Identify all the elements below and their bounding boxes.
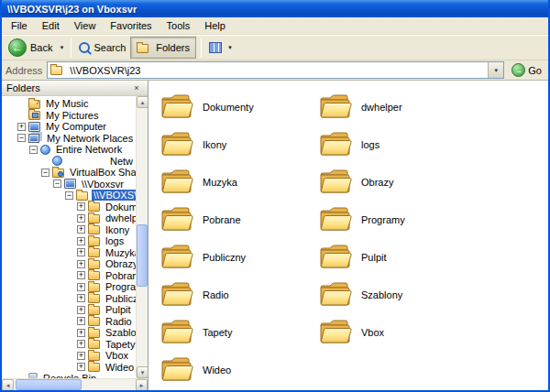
collapse-icon[interactable]: −: [29, 146, 38, 154]
vertical-scroll-track[interactable]: [137, 108, 148, 366]
expand-icon[interactable]: +: [77, 202, 85, 211]
collapse-icon[interactable]: −: [41, 169, 50, 177]
expand-icon[interactable]: +: [77, 363, 85, 371]
folder-item-publiczny[interactable]: Publiczny: [158, 238, 316, 276]
expand-icon[interactable]: +: [77, 260, 85, 268]
network-folder-icon: [52, 169, 64, 178]
menu-item-help[interactable]: Help: [197, 18, 233, 33]
tree-item-programy[interactable]: +Programy: [2, 281, 136, 293]
menu-item-tools[interactable]: Tools: [160, 18, 198, 33]
folder-item-obrazy[interactable]: Obrazy: [316, 163, 475, 201]
tree-item-ikony[interactable]: +Ikony: [2, 224, 136, 236]
expand-icon[interactable]: +: [77, 225, 85, 234]
collapse-icon[interactable]: −: [17, 134, 26, 142]
folder-item-radio[interactable]: Radio: [158, 276, 316, 313]
folder-item-pobrane[interactable]: Pobrane: [158, 201, 316, 238]
folder-item-wideo[interactable]: Wideo: [158, 351, 316, 388]
tree-item-my-music[interactable]: My Music: [2, 98, 136, 110]
expand-icon[interactable]: +: [77, 306, 85, 314]
tree-item-szablony[interactable]: +Szablony: [2, 327, 136, 339]
folder-item-dokumenty[interactable]: Dokumenty: [158, 88, 316, 125]
expand-icon[interactable]: +: [77, 283, 85, 291]
expand-icon[interactable]: +: [77, 271, 85, 279]
scroll-left-button[interactable]: ◄: [2, 379, 14, 390]
folder-contents: DokumentyIkonyMuzykaPobranePublicznyRadi…: [148, 81, 548, 390]
expand-icon[interactable]: +: [17, 123, 26, 131]
collapse-icon[interactable]: −: [65, 191, 73, 200]
folder-item-vbox[interactable]: Vbox: [316, 313, 475, 351]
search-button[interactable]: Search: [76, 40, 128, 55]
vertical-scroll-thumb[interactable]: [137, 224, 148, 287]
tree-horizontal-scrollbar[interactable]: ◄ ►: [2, 378, 148, 390]
back-button[interactable]: ← Back: [6, 37, 55, 59]
tree-item-publiczny[interactable]: +Publiczny: [2, 293, 136, 305]
folder-item-programy[interactable]: Programy: [316, 201, 475, 238]
folder-icon: [88, 306, 100, 315]
tree-item-virtualbox-shared-folder[interactable]: −VirtualBox Shared Folder: [2, 167, 136, 179]
tree-item-label: VirtualBox Shared Folder: [68, 167, 136, 178]
tree-item-muzyka[interactable]: +Muzyka: [2, 247, 136, 259]
back-dropdown-button[interactable]: ▼: [57, 45, 66, 50]
go-button[interactable]: → Go: [509, 63, 544, 77]
address-input[interactable]: \\VBOXSVR\j23 ▼: [47, 61, 504, 79]
expand-icon[interactable]: +: [77, 340, 85, 348]
expand-icon[interactable]: +: [77, 214, 85, 223]
tree-item-obrazy[interactable]: +Obrazy: [2, 258, 136, 270]
folder-item-label: Dokumenty: [203, 102, 254, 113]
folder-icon: [318, 168, 353, 197]
collapse-icon[interactable]: −: [53, 180, 61, 188]
tree-item-my-computer[interactable]: +My Computer: [2, 121, 136, 133]
menu-item-favorites[interactable]: Favorites: [103, 18, 159, 33]
tree-item-dokumenty[interactable]: +Dokumenty: [2, 201, 136, 213]
folder-item-szablony[interactable]: Szablony: [316, 276, 475, 313]
expand-icon[interactable]: +: [77, 237, 85, 245]
tree-item-my-network-places[interactable]: −My Network Places: [2, 133, 136, 145]
tree-item-vboxsvr[interactable]: −\\Vboxsvr: [2, 179, 136, 191]
folders-panel-header: Folders ×: [2, 81, 148, 96]
tree-item-pulpit[interactable]: +Pulpit: [2, 304, 136, 316]
scroll-right-button[interactable]: ►: [136, 379, 148, 390]
folder-item-pulpit[interactable]: Pulpit: [316, 238, 475, 276]
folder-icon: [88, 363, 100, 372]
folder-item-dwhelper[interactable]: dwhelper: [316, 88, 475, 125]
tree-item-tapety[interactable]: +Tapety: [2, 339, 136, 351]
horizontal-scroll-track[interactable]: [14, 379, 136, 390]
toolbar-separator: [201, 38, 202, 58]
expand-icon[interactable]: +: [77, 317, 85, 325]
folder-icon: [318, 93, 353, 122]
scroll-down-button[interactable]: ▼: [137, 366, 148, 378]
tree-item-dwhelper[interactable]: +dwhelper: [2, 212, 136, 224]
tree-item-vbox[interactable]: +Vbox: [2, 350, 136, 362]
tree-item-vboxsvr-j23[interactable]: −\\VBOXSVR\j23: [2, 190, 136, 201]
folder-item-ikony[interactable]: Ikony: [158, 125, 316, 163]
expand-icon[interactable]: +: [77, 294, 85, 302]
globe-icon: [52, 156, 62, 166]
tree-item-my-pictures[interactable]: My Pictures: [2, 110, 136, 122]
folder-item-label: Tapety: [203, 327, 232, 338]
folder-icon: [160, 93, 194, 122]
menu-item-edit[interactable]: Edit: [35, 18, 67, 33]
expand-icon[interactable]: +: [77, 329, 85, 337]
folder-item-muzyka[interactable]: Muzyka: [158, 163, 316, 201]
menu-item-view[interactable]: View: [67, 18, 104, 33]
tree-item-wideo[interactable]: +Wideo: [2, 362, 136, 374]
expand-icon[interactable]: +: [77, 248, 85, 256]
tree-item-pobrane[interactable]: +Pobrane: [2, 270, 136, 282]
folder-item-logs[interactable]: logs: [316, 125, 475, 163]
tree-item-logs[interactable]: +logs: [2, 235, 136, 247]
folder-column: DokumentyIkonyMuzykaPobranePublicznyRadi…: [158, 88, 316, 390]
tree-item-netw[interactable]: Netw: [2, 156, 136, 168]
close-icon[interactable]: ×: [130, 82, 143, 94]
folder-item-tapety[interactable]: Tapety: [158, 313, 316, 351]
menu-item-file[interactable]: File: [4, 18, 35, 33]
scroll-up-button[interactable]: ▲: [137, 96, 148, 108]
tree-vertical-scrollbar[interactable]: ▲ ▼: [136, 96, 148, 378]
horizontal-scroll-thumb[interactable]: [16, 379, 82, 390]
address-dropdown-button[interactable]: ▼: [488, 62, 503, 78]
tree-item-entire-network[interactable]: −Entire Network: [2, 144, 136, 156]
expand-icon[interactable]: +: [77, 352, 85, 360]
views-button[interactable]: ▼: [206, 40, 237, 55]
tree-item-radio[interactable]: +Radio: [2, 316, 136, 328]
tree-item-label: Muzyka: [104, 247, 136, 258]
folders-toggle-button[interactable]: Folders: [130, 37, 196, 59]
